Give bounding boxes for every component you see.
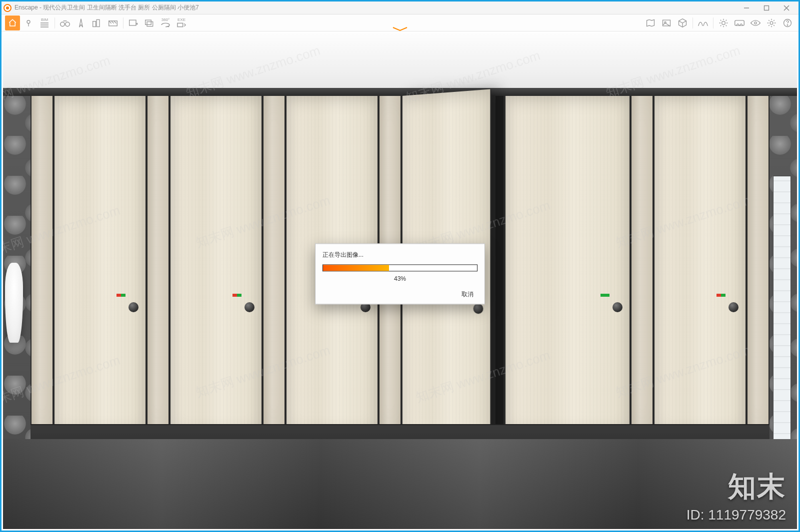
compass-button[interactable] <box>74 15 88 30</box>
progress-percent: 43% <box>322 275 478 282</box>
svg-rect-11 <box>96 19 100 26</box>
dialog-message: 正在导出图像... <box>322 251 478 259</box>
svg-rect-14 <box>146 20 152 24</box>
svg-rect-15 <box>147 21 153 26</box>
batch-render-button[interactable] <box>142 15 157 30</box>
progress-fill <box>323 265 389 271</box>
window-blinds <box>773 176 791 456</box>
door-handle-icon <box>474 303 484 314</box>
toolbar-separator <box>692 17 693 28</box>
toolbar-separator <box>54 17 55 28</box>
vr-button[interactable] <box>732 15 747 30</box>
door-handle-icon <box>728 302 738 312</box>
urinal <box>5 263 23 343</box>
partition-stile <box>262 96 286 434</box>
cubicle-door <box>170 96 262 434</box>
render-viewport[interactable]: 知末网 www.znzmo.com 知末网 www.znzmo.com 知末网 … <box>3 33 797 529</box>
cubicle-door <box>54 96 146 434</box>
asset-library-button[interactable] <box>659 15 674 30</box>
ceiling-trim <box>3 88 797 96</box>
buildings-button[interactable] <box>90 15 104 30</box>
occupancy-indicator-icon <box>116 294 126 297</box>
svg-point-21 <box>754 21 756 23</box>
progress-bar <box>322 264 478 271</box>
pin-button[interactable] <box>21 15 36 30</box>
exe-export-button[interactable]: EXE <box>174 15 189 30</box>
toolbar-separator <box>713 17 714 28</box>
door-handle-icon <box>612 302 622 312</box>
svg-rect-16 <box>178 23 183 26</box>
minimap-button[interactable] <box>643 15 658 30</box>
svg-point-9 <box>66 22 70 26</box>
visibility-button[interactable] <box>748 15 763 30</box>
partition-stile <box>746 96 770 434</box>
svg-rect-17 <box>663 20 670 26</box>
partition-stile <box>494 96 504 434</box>
cubicle-door <box>654 96 746 434</box>
occupancy-indicator-icon <box>232 294 242 297</box>
screenshot-button[interactable] <box>126 15 141 30</box>
maximize-button[interactable] <box>756 1 776 14</box>
occupancy-indicator-icon <box>716 294 726 297</box>
toolbar: BIM 360° EXE <box>2 14 798 31</box>
svg-rect-13 <box>130 20 136 25</box>
close-button[interactable] <box>776 1 796 14</box>
toolbar-separator <box>123 17 124 28</box>
svg-point-19 <box>722 21 726 24</box>
home-button[interactable] <box>5 15 20 30</box>
pano-360-button[interactable]: 360° <box>158 15 173 30</box>
exe-label: EXE <box>178 18 186 22</box>
ceiling <box>3 33 797 88</box>
minimize-button[interactable] <box>736 1 756 14</box>
sun-button[interactable] <box>716 15 731 30</box>
door-handle-icon <box>244 302 254 312</box>
collapse-toolbar-caret[interactable] <box>385 26 415 31</box>
window-title: Enscape - 现代公共卫生间 卫生间隔断 洗手台 厕所 公厕隔间 小便池7 <box>14 3 199 12</box>
svg-rect-10 <box>93 21 96 26</box>
settings-button[interactable] <box>764 15 779 30</box>
video-button[interactable] <box>106 15 120 30</box>
app-logo-icon <box>4 4 12 12</box>
help-button[interactable] <box>780 15 795 30</box>
bim-button[interactable]: BIM <box>37 15 52 30</box>
binoculars-button[interactable] <box>58 15 72 30</box>
occupancy-indicator-icon <box>600 294 610 297</box>
export-progress-dialog: 正在导出图像... 43% 取消 <box>315 243 485 304</box>
cancel-button[interactable]: 取消 <box>458 289 478 300</box>
partition-stile <box>630 96 654 434</box>
pano-label: 360° <box>162 18 170 22</box>
titlebar: Enscape - 现代公共卫生间 卫生间隔断 洗手台 厕所 公厕隔间 小便池7 <box>2 1 798 14</box>
bim-label: BIM <box>41 18 48 22</box>
partition-stile <box>146 96 170 434</box>
cubicle-door <box>504 96 630 434</box>
svg-point-22 <box>770 21 773 24</box>
materials-button[interactable] <box>675 15 690 30</box>
svg-rect-1 <box>764 5 769 10</box>
svg-point-4 <box>27 20 30 23</box>
svg-point-8 <box>60 22 64 26</box>
door-handle-icon <box>128 302 138 312</box>
svg-rect-20 <box>735 20 744 25</box>
svg-point-24 <box>787 24 788 25</box>
walk-mode-button[interactable] <box>696 15 710 30</box>
partition-stile <box>30 96 54 434</box>
floor <box>3 439 797 529</box>
